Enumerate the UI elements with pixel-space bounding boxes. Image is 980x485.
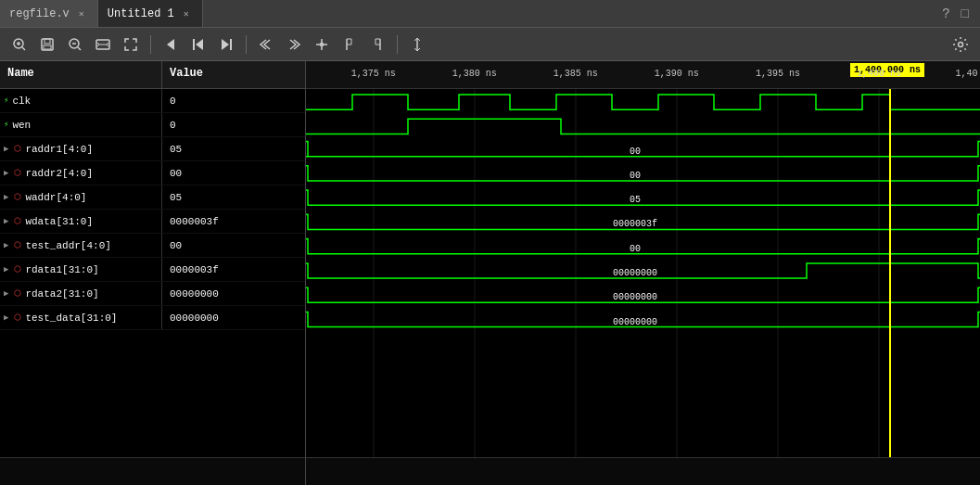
tab-regfile-close[interactable]: ✕	[75, 7, 88, 20]
tab-untitled1[interactable]: Untitled 1 ✕	[98, 0, 203, 27]
time-label-1375: 1,375 ns	[351, 69, 396, 79]
toolbar-sep-1	[150, 35, 151, 54]
svg-text:00: 00	[630, 244, 641, 254]
svg-text:0000003f: 0000003f	[613, 219, 657, 229]
signal-name-clk: ⚡ clk	[0, 89, 162, 112]
svg-marker-14	[196, 39, 203, 50]
time-label-1390: 1,390 ns	[655, 69, 699, 79]
raddr1-value: 05	[162, 142, 305, 157]
raddr2-label: raddr2[4:0]	[25, 168, 93, 179]
signal-row-raddr2[interactable]: ▶ ⬡ raddr2[4:0] 00	[0, 161, 305, 185]
tab-bar: regfile.v ✕ Untitled 1 ✕ ? □	[0, 0, 980, 28]
clk-value: 0	[162, 94, 305, 108]
svg-rect-6	[44, 45, 51, 49]
zoom-out-button[interactable]	[63, 32, 87, 57]
rdata2-expand[interactable]: ▶	[4, 288, 8, 299]
signal-name-wdata: ▶ ⬡ wdata[31:0]	[0, 210, 162, 233]
wen-value: 0	[162, 118, 305, 133]
test-addr-icon: ⬡	[14, 240, 21, 250]
wdata-expand[interactable]: ▶	[4, 216, 8, 226]
rdata1-expand[interactable]: ▶	[4, 264, 8, 274]
waveform-footer	[306, 457, 980, 485]
signal-row-raddr1[interactable]: ▶ ⬡ raddr1[4:0] 05	[0, 137, 305, 161]
expand-button[interactable]	[119, 32, 143, 57]
zoom-in-button[interactable]	[7, 32, 32, 57]
test-addr-value: 00	[162, 238, 305, 253]
help-button[interactable]: ?	[938, 5, 953, 23]
settings-button[interactable]	[948, 32, 973, 57]
signal-row-wen[interactable]: ⚡ wen 0	[0, 113, 305, 137]
signal-row-rdata1[interactable]: ▶ ⬡ rdata1[31:0] 0000003f	[0, 258, 305, 282]
waddr-expand[interactable]: ▶	[4, 192, 8, 202]
waddr-label: waddr[4:0]	[25, 192, 86, 203]
raddr1-expand[interactable]: ▶	[4, 144, 8, 154]
svg-point-23	[959, 42, 963, 46]
test-data-value: 00000000	[162, 311, 305, 325]
tab-untitled1-close[interactable]: ✕	[180, 7, 193, 20]
signal-row-wdata[interactable]: ▶ ⬡ wdata[31:0] 0000003f	[0, 210, 305, 234]
rdata2-icon: ⬡	[14, 288, 21, 299]
col-value-header: Value	[162, 61, 305, 88]
time-label-1385: 1,385 ns	[554, 69, 598, 79]
nav-start-button[interactable]	[186, 32, 210, 57]
test-data-icon: ⬡	[14, 313, 21, 323]
save-button[interactable]	[35, 32, 59, 57]
raddr1-label: raddr1[4:0]	[25, 144, 93, 155]
wen-icon: ⚡	[4, 120, 8, 130]
raddr2-expand[interactable]: ▶	[4, 168, 8, 178]
tab-regfile[interactable]: regfile.v ✕	[0, 0, 98, 27]
signal-row-waddr[interactable]: ▶ ⬡ waddr[4:0] 05	[0, 185, 305, 210]
svg-line-9	[78, 47, 81, 50]
waveform-canvas[interactable]: 00 00 05 0000003f 00 00000000	[306, 89, 980, 457]
svg-text:00000000: 00000000	[613, 268, 657, 278]
svg-text:00000000: 00000000	[613, 292, 657, 302]
time-label-1380: 1,380 ns	[452, 69, 497, 79]
waveform-svg: 00 00 05 0000003f 00 00000000	[306, 89, 980, 457]
signal-row-clk[interactable]: ⚡ clk 0	[0, 89, 305, 113]
next-edge-button[interactable]	[282, 32, 306, 57]
test-data-expand[interactable]: ▶	[4, 313, 8, 323]
signal-panel: Name Value ⚡ clk 0 ⚡ wen 0	[0, 61, 306, 485]
cursor-button[interactable]	[310, 32, 334, 57]
zoom-fit-button[interactable]	[91, 32, 115, 57]
signal-rows: ⚡ clk 0 ⚡ wen 0 ▶ ⬡ raddr1[4:0]	[0, 89, 305, 457]
nav-left-button[interactable]	[159, 32, 183, 57]
signal-name-rdata1: ▶ ⬡ rdata1[31:0]	[0, 258, 162, 281]
col-name-header: Name	[0, 61, 162, 88]
signal-name-test-addr: ▶ ⬡ test_addr[4:0]	[0, 234, 162, 257]
toolbar-sep-2	[246, 35, 247, 54]
marker1-button[interactable]	[337, 32, 362, 57]
nav-end-button[interactable]	[214, 32, 238, 57]
maximize-button[interactable]: □	[958, 5, 973, 23]
toolbar	[0, 28, 980, 61]
toolbar-sep-3	[397, 35, 398, 54]
waddr-value: 05	[162, 190, 305, 205]
vert-marker-button[interactable]	[405, 32, 429, 57]
test-addr-expand[interactable]: ▶	[4, 240, 8, 250]
svg-text:00: 00	[630, 171, 641, 181]
raddr2-icon: ⬡	[14, 168, 21, 178]
test-data-label: test_data[31:0]	[25, 313, 117, 324]
signal-row-test-data[interactable]: ▶ ⬡ test_data[31:0] 00000000	[0, 306, 305, 330]
signal-row-test-addr[interactable]: ▶ ⬡ test_addr[4:0] 00	[0, 234, 305, 258]
time-marker-bar: 1,400.000 ns 1,375 ns 1,380 ns 1,385 ns …	[306, 61, 980, 88]
marker2-button[interactable]	[365, 32, 389, 57]
svg-line-3	[22, 47, 25, 50]
rdata1-icon: ⬡	[14, 264, 21, 274]
wdata-label: wdata[31:0]	[25, 216, 93, 227]
signal-row-rdata2[interactable]: ▶ ⬡ rdata2[31:0] 00000000	[0, 282, 305, 306]
waveform-area[interactable]: 1,400.000 ns 1,375 ns 1,380 ns 1,385 ns …	[306, 61, 980, 485]
cursor-line	[889, 89, 891, 457]
clk-icon: ⚡	[4, 96, 8, 106]
signal-name-raddr2: ▶ ⬡ raddr2[4:0]	[0, 161, 162, 185]
prev-edge-button[interactable]	[254, 32, 278, 57]
raddr2-value: 00	[162, 166, 305, 181]
tab-regfile-label: regfile.v	[9, 7, 70, 20]
signal-name-test-data: ▶ ⬡ test_data[31:0]	[0, 306, 162, 329]
svg-text:00000000: 00000000	[613, 317, 657, 327]
tab-actions: ? □	[938, 5, 980, 23]
raddr1-icon: ⬡	[14, 144, 21, 154]
time-label-1405: 1,40	[955, 69, 977, 79]
tab-untitled1-label: Untitled 1	[108, 7, 174, 20]
wdata-icon: ⬡	[14, 216, 21, 226]
